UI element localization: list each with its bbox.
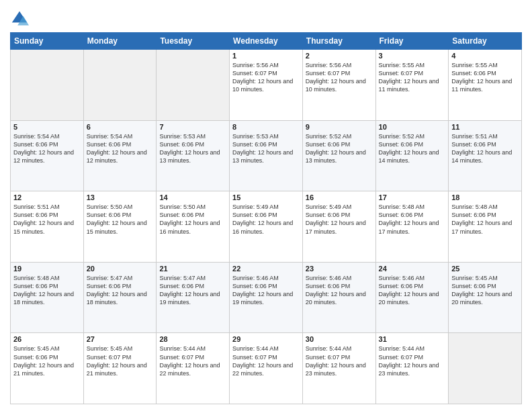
calendar-day bbox=[83, 50, 157, 121]
day-number: 29 bbox=[232, 335, 300, 343]
day-number: 13 bbox=[87, 193, 154, 201]
day-number: 27 bbox=[87, 335, 154, 343]
logo-icon bbox=[10, 9, 29, 28]
day-number: 20 bbox=[87, 265, 154, 273]
calendar-day: 11Sunrise: 5:51 AMSunset: 6:06 PMDayligh… bbox=[449, 120, 522, 191]
calendar-day: 26Sunrise: 5:45 AMSunset: 6:06 PMDayligh… bbox=[11, 333, 84, 404]
calendar-day: 20Sunrise: 5:47 AMSunset: 6:06 PMDayligh… bbox=[83, 262, 157, 333]
calendar-day: 8Sunrise: 5:53 AMSunset: 6:06 PMDaylight… bbox=[230, 120, 303, 191]
day-number: 28 bbox=[159, 335, 226, 343]
day-info: Sunrise: 5:44 AMSunset: 6:07 PMDaylight:… bbox=[232, 345, 300, 377]
day-info: Sunrise: 5:51 AMSunset: 6:06 PMDaylight:… bbox=[451, 132, 519, 165]
calendar-day: 18Sunrise: 5:48 AMSunset: 6:06 PMDayligh… bbox=[449, 191, 522, 263]
day-info: Sunrise: 5:53 AMSunset: 6:06 PMDaylight:… bbox=[159, 132, 226, 165]
calendar-day: 4Sunrise: 5:55 AMSunset: 6:06 PMDaylight… bbox=[449, 50, 522, 121]
day-info: Sunrise: 5:47 AMSunset: 6:06 PMDaylight:… bbox=[87, 274, 154, 307]
day-number: 17 bbox=[379, 193, 446, 201]
day-header: Sunday bbox=[11, 33, 84, 50]
day-number: 3 bbox=[379, 52, 446, 60]
calendar-day: 15Sunrise: 5:49 AMSunset: 6:06 PMDayligh… bbox=[230, 191, 303, 263]
calendar-day: 10Sunrise: 5:52 AMSunset: 6:06 PMDayligh… bbox=[375, 120, 449, 191]
day-number: 5 bbox=[13, 123, 81, 131]
calendar-day: 23Sunrise: 5:46 AMSunset: 6:06 PMDayligh… bbox=[302, 262, 375, 333]
day-info: Sunrise: 5:50 AMSunset: 6:06 PMDaylight:… bbox=[159, 203, 226, 236]
day-header: Saturday bbox=[449, 33, 522, 50]
day-info: Sunrise: 5:49 AMSunset: 6:06 PMDaylight:… bbox=[232, 203, 300, 236]
day-number: 31 bbox=[379, 335, 446, 343]
day-number: 24 bbox=[379, 265, 446, 273]
calendar-week: 1Sunrise: 5:56 AMSunset: 6:07 PMDaylight… bbox=[11, 50, 522, 121]
calendar-day bbox=[11, 50, 84, 121]
calendar-day: 28Sunrise: 5:44 AMSunset: 6:07 PMDayligh… bbox=[157, 333, 230, 404]
day-info: Sunrise: 5:54 AMSunset: 6:06 PMDaylight:… bbox=[13, 132, 81, 165]
day-info: Sunrise: 5:45 AMSunset: 6:06 PMDaylight:… bbox=[13, 345, 81, 377]
calendar-header: SundayMondayTuesdayWednesdayThursdayFrid… bbox=[11, 33, 522, 50]
calendar-day bbox=[449, 333, 522, 404]
day-number: 4 bbox=[451, 52, 519, 60]
calendar-day: 25Sunrise: 5:45 AMSunset: 6:06 PMDayligh… bbox=[449, 262, 522, 333]
day-number: 14 bbox=[159, 193, 226, 201]
calendar-day bbox=[157, 50, 230, 121]
day-header: Friday bbox=[375, 33, 449, 50]
calendar-day: 2Sunrise: 5:56 AMSunset: 6:07 PMDaylight… bbox=[302, 50, 375, 121]
calendar-day: 13Sunrise: 5:50 AMSunset: 6:06 PMDayligh… bbox=[83, 191, 157, 263]
day-number: 7 bbox=[159, 123, 226, 131]
calendar-week: 19Sunrise: 5:48 AMSunset: 6:06 PMDayligh… bbox=[11, 262, 522, 333]
day-info: Sunrise: 5:44 AMSunset: 6:07 PMDaylight:… bbox=[379, 345, 446, 377]
page: SundayMondayTuesdayWednesdayThursdayFrid… bbox=[0, 0, 532, 411]
day-info: Sunrise: 5:48 AMSunset: 6:06 PMDaylight:… bbox=[379, 203, 446, 236]
day-number: 2 bbox=[306, 52, 373, 60]
day-number: 18 bbox=[451, 193, 519, 201]
calendar-day: 30Sunrise: 5:44 AMSunset: 6:07 PMDayligh… bbox=[302, 333, 375, 404]
calendar-day: 7Sunrise: 5:53 AMSunset: 6:06 PMDaylight… bbox=[157, 120, 230, 191]
header-row: SundayMondayTuesdayWednesdayThursdayFrid… bbox=[11, 33, 522, 50]
day-info: Sunrise: 5:45 AMSunset: 6:06 PMDaylight:… bbox=[451, 274, 519, 307]
day-info: Sunrise: 5:56 AMSunset: 6:07 PMDaylight:… bbox=[306, 61, 373, 94]
calendar-day: 12Sunrise: 5:51 AMSunset: 6:06 PMDayligh… bbox=[11, 191, 84, 263]
day-info: Sunrise: 5:45 AMSunset: 6:07 PMDaylight:… bbox=[87, 345, 154, 377]
day-info: Sunrise: 5:49 AMSunset: 6:06 PMDaylight:… bbox=[306, 203, 373, 236]
calendar-day: 6Sunrise: 5:54 AMSunset: 6:06 PMDaylight… bbox=[83, 120, 157, 191]
calendar-body: 1Sunrise: 5:56 AMSunset: 6:07 PMDaylight… bbox=[11, 50, 522, 404]
calendar-day: 22Sunrise: 5:46 AMSunset: 6:06 PMDayligh… bbox=[230, 262, 303, 333]
day-number: 21 bbox=[159, 265, 226, 273]
calendar-day: 5Sunrise: 5:54 AMSunset: 6:06 PMDaylight… bbox=[11, 120, 84, 191]
day-info: Sunrise: 5:55 AMSunset: 6:07 PMDaylight:… bbox=[379, 61, 446, 94]
calendar-day: 1Sunrise: 5:56 AMSunset: 6:07 PMDaylight… bbox=[230, 50, 303, 121]
calendar-day: 31Sunrise: 5:44 AMSunset: 6:07 PMDayligh… bbox=[375, 333, 449, 404]
day-info: Sunrise: 5:44 AMSunset: 6:07 PMDaylight:… bbox=[159, 345, 226, 377]
day-info: Sunrise: 5:48 AMSunset: 6:06 PMDaylight:… bbox=[451, 203, 519, 236]
day-info: Sunrise: 5:52 AMSunset: 6:06 PMDaylight:… bbox=[306, 132, 373, 165]
day-info: Sunrise: 5:55 AMSunset: 6:06 PMDaylight:… bbox=[451, 61, 519, 94]
calendar-week: 26Sunrise: 5:45 AMSunset: 6:06 PMDayligh… bbox=[11, 333, 522, 404]
day-info: Sunrise: 5:46 AMSunset: 6:06 PMDaylight:… bbox=[232, 274, 300, 307]
calendar-day: 16Sunrise: 5:49 AMSunset: 6:06 PMDayligh… bbox=[302, 191, 375, 263]
day-number: 22 bbox=[232, 265, 300, 273]
day-number: 30 bbox=[306, 335, 373, 343]
day-info: Sunrise: 5:46 AMSunset: 6:06 PMDaylight:… bbox=[379, 274, 446, 307]
day-info: Sunrise: 5:47 AMSunset: 6:06 PMDaylight:… bbox=[159, 274, 226, 307]
day-number: 8 bbox=[232, 123, 300, 131]
calendar-day: 29Sunrise: 5:44 AMSunset: 6:07 PMDayligh… bbox=[230, 333, 303, 404]
day-info: Sunrise: 5:53 AMSunset: 6:06 PMDaylight:… bbox=[232, 132, 300, 165]
calendar-day: 9Sunrise: 5:52 AMSunset: 6:06 PMDaylight… bbox=[302, 120, 375, 191]
calendar-day: 24Sunrise: 5:46 AMSunset: 6:06 PMDayligh… bbox=[375, 262, 449, 333]
day-number: 6 bbox=[87, 123, 154, 131]
day-number: 26 bbox=[13, 335, 81, 343]
day-info: Sunrise: 5:50 AMSunset: 6:06 PMDaylight:… bbox=[87, 203, 154, 236]
calendar-day: 21Sunrise: 5:47 AMSunset: 6:06 PMDayligh… bbox=[157, 262, 230, 333]
day-info: Sunrise: 5:46 AMSunset: 6:06 PMDaylight:… bbox=[306, 274, 373, 307]
day-number: 19 bbox=[13, 265, 81, 273]
day-info: Sunrise: 5:54 AMSunset: 6:06 PMDaylight:… bbox=[87, 132, 154, 165]
calendar-day: 14Sunrise: 5:50 AMSunset: 6:06 PMDayligh… bbox=[157, 191, 230, 263]
day-header: Monday bbox=[83, 33, 157, 50]
calendar-day: 19Sunrise: 5:48 AMSunset: 6:06 PMDayligh… bbox=[11, 262, 84, 333]
day-header: Wednesday bbox=[230, 33, 303, 50]
day-header: Thursday bbox=[302, 33, 375, 50]
calendar-table: SundayMondayTuesdayWednesdayThursdayFrid… bbox=[10, 32, 522, 404]
day-info: Sunrise: 5:44 AMSunset: 6:07 PMDaylight:… bbox=[306, 345, 373, 377]
day-header: Tuesday bbox=[157, 33, 230, 50]
day-number: 11 bbox=[451, 123, 519, 131]
day-number: 16 bbox=[306, 193, 373, 201]
calendar-week: 5Sunrise: 5:54 AMSunset: 6:06 PMDaylight… bbox=[11, 120, 522, 191]
